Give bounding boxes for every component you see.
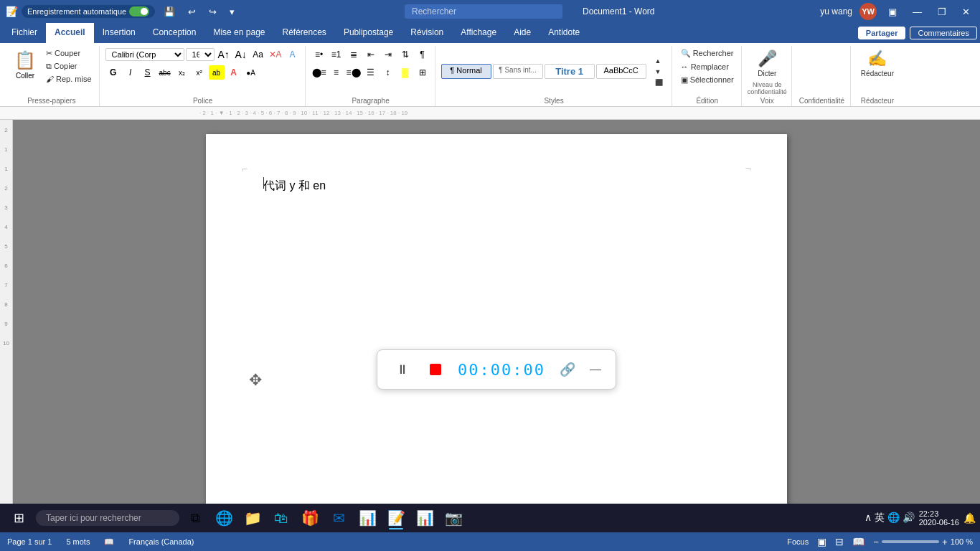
redo-button[interactable]: ↪ xyxy=(204,5,221,19)
document-area[interactable]: ⌐ ¬ 代词 y 和 en ✥ ⏸ 00:00:00 🔗 — xyxy=(13,120,980,536)
tab-revision[interactable]: Révision xyxy=(402,23,452,43)
store-taskbar[interactable]: 🛍 xyxy=(268,505,294,531)
replace-button[interactable]: ↔ Remplacer xyxy=(678,61,732,72)
font-size-select[interactable]: 16 xyxy=(186,48,215,61)
tab-affichage[interactable]: Affichage xyxy=(452,23,505,43)
italic-button[interactable]: I xyxy=(123,65,138,80)
tab-fichier[interactable]: Fichier xyxy=(3,23,46,43)
font-name-select[interactable]: Calibri (Corp xyxy=(105,48,184,61)
increase-font-button[interactable]: A↑ xyxy=(216,47,232,62)
undo-button[interactable]: ↩ xyxy=(184,5,200,19)
pause-recording-button[interactable]: ⏸ xyxy=(392,359,413,380)
tab-antidote[interactable]: Antidote xyxy=(540,23,588,43)
document-paragraph[interactable]: 代词 y 和 en xyxy=(263,177,730,194)
decrease-indent-button[interactable]: ⇤ xyxy=(363,47,379,62)
strikethrough-button[interactable]: abc xyxy=(157,65,173,80)
copy-button[interactable]: ⧉ Copier xyxy=(43,60,95,72)
zoom-out-button[interactable]: − xyxy=(873,537,879,547)
style-normal[interactable]: ¶ Normal xyxy=(441,64,491,79)
start-button[interactable]: ⊞ xyxy=(4,504,33,532)
zoom-slider[interactable] xyxy=(882,540,939,543)
cut-button[interactable]: ✂ Couper xyxy=(43,47,95,60)
cheverons-icon[interactable]: ∧ xyxy=(864,512,872,524)
font-case-button[interactable]: Aa xyxy=(250,47,266,62)
font-color-button[interactable]: A xyxy=(226,65,242,80)
taskbar-search-input[interactable] xyxy=(36,510,179,526)
camera-taskbar[interactable]: 📷 xyxy=(440,505,466,531)
subscript-button[interactable]: x₂ xyxy=(174,65,190,80)
focus-button[interactable]: Focus xyxy=(787,537,809,546)
bullets-button[interactable]: ≡• xyxy=(311,47,327,62)
view-mode-web-icon[interactable]: ⊟ xyxy=(835,536,844,547)
network-icon[interactable]: 🌐 xyxy=(887,512,900,524)
autosave-toggle[interactable]: Enregistrement automatique xyxy=(22,5,155,18)
powerpoint-taskbar[interactable]: 📊 xyxy=(412,505,438,531)
borders-button[interactable]: ⊞ xyxy=(415,65,430,80)
decrease-font-button[interactable]: A↓ xyxy=(233,47,249,62)
ime-icon[interactable]: 英 xyxy=(875,512,885,524)
dictate-button[interactable]: 🎤 Dicter xyxy=(749,47,785,80)
paste-button[interactable]: 📋 Coller xyxy=(9,47,42,83)
word-taskbar[interactable]: 📝 xyxy=(383,505,409,531)
select-button[interactable]: ▣ Sélectionner xyxy=(678,74,737,86)
title-search-input[interactable] xyxy=(405,4,562,19)
align-center-button[interactable]: ≡ xyxy=(329,65,344,80)
edge-browser-taskbar[interactable]: 🌐 xyxy=(211,505,237,531)
line-spacing-button[interactable]: ↕ xyxy=(380,65,396,80)
switch-display-mode-button[interactable]: ▣ xyxy=(884,5,901,19)
tab-conception[interactable]: Conception xyxy=(144,23,205,43)
restore-window-button[interactable]: ❐ xyxy=(933,5,951,19)
search-button[interactable]: 🔍 Rechercher xyxy=(678,47,737,60)
styles-scroll-down-button[interactable]: ▼ xyxy=(652,67,666,77)
customize-qat-button[interactable]: ▾ xyxy=(225,5,239,19)
deals-taskbar[interactable]: 🎁 xyxy=(297,505,323,531)
numbering-button[interactable]: ≡1 xyxy=(329,47,344,62)
move-cursor-icon[interactable]: ✥ xyxy=(249,371,262,390)
highlight-button[interactable]: ab xyxy=(209,65,225,80)
style-aabbccdc[interactable]: AaBbCcC xyxy=(596,64,646,79)
bold-button[interactable]: G xyxy=(105,65,121,80)
excel-taskbar[interactable]: 📊 xyxy=(354,505,380,531)
view-mode-print-icon[interactable]: ▣ xyxy=(817,536,826,547)
multilevel-list-button[interactable]: ≣ xyxy=(346,47,362,62)
taskview-button[interactable]: ⧉ xyxy=(182,505,208,531)
save-button[interactable]: 💾 xyxy=(159,5,179,19)
close-window-button[interactable]: ✕ xyxy=(958,5,974,19)
styles-more-button[interactable]: ⬛ xyxy=(652,77,666,88)
zoom-in-button[interactable]: + xyxy=(942,537,948,547)
minimize-window-button[interactable]: — xyxy=(908,5,926,19)
share-button[interactable]: Partager xyxy=(858,27,906,39)
font-color-circle-button[interactable]: ●A xyxy=(243,65,259,80)
mail-taskbar[interactable]: ✉ xyxy=(326,505,352,531)
file-explorer-taskbar[interactable]: 📁 xyxy=(240,505,265,531)
autosave-switch[interactable] xyxy=(129,6,149,17)
volume-icon[interactable]: 🔊 xyxy=(903,512,915,524)
text-effects-button[interactable]: A xyxy=(285,47,301,62)
shading-button[interactable]: ▓ xyxy=(397,65,413,80)
stop-recording-button[interactable] xyxy=(425,359,446,380)
minimize-recording-button[interactable]: — xyxy=(590,364,601,375)
tab-aide[interactable]: Aide xyxy=(505,23,540,43)
link-recording-button[interactable]: 🔗 xyxy=(557,359,578,380)
show-marks-button[interactable]: ¶ xyxy=(415,47,430,62)
redacteur-button[interactable]: ✍ Rédacteur xyxy=(857,47,898,80)
document-text-content[interactable]: 代词 y 和 en xyxy=(263,177,730,194)
comments-button[interactable]: Commentaires xyxy=(910,27,977,39)
sort-button[interactable]: ⇅ xyxy=(397,47,413,62)
view-mode-read-icon[interactable]: 📖 xyxy=(852,536,864,547)
tab-publipostage[interactable]: Publipostage xyxy=(335,23,402,43)
notification-icon[interactable]: 🔔 xyxy=(963,512,976,524)
style-sans-interline[interactable]: ¶ Sans int... xyxy=(493,64,543,79)
tab-mise-en-page[interactable]: Mise en page xyxy=(204,23,273,43)
tab-insertion[interactable]: Insertion xyxy=(94,23,144,43)
justify-button[interactable]: ☰ xyxy=(363,65,379,80)
align-right-button[interactable]: ≡⬤ xyxy=(346,65,362,80)
styles-scroll-up-button[interactable]: ▲ xyxy=(652,56,666,66)
format-painter-button[interactable]: 🖌 Rep. mise xyxy=(43,73,95,85)
tab-references[interactable]: Références xyxy=(274,23,335,43)
increase-indent-button[interactable]: ⇥ xyxy=(380,47,396,62)
clear-format-button[interactable]: ✕A xyxy=(268,47,283,62)
superscript-button[interactable]: x² xyxy=(192,65,207,80)
align-left-button[interactable]: ⬤≡ xyxy=(311,65,327,80)
underline-button[interactable]: S xyxy=(140,65,156,80)
